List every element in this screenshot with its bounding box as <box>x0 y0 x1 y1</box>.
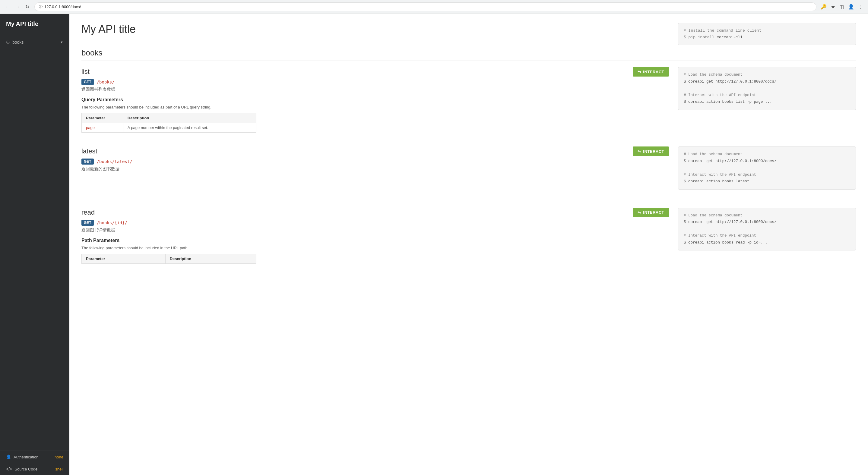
url-path-list: /books/ <box>97 79 115 84</box>
browser-actions: 🔑 ★ ◫ 👤 ⋮ <box>819 3 864 11</box>
qr-icon[interactable]: ◫ <box>838 3 845 11</box>
sidebar-footer: 👤 Authentication none </> Source Code sh… <box>0 450 69 475</box>
authentication-label: Authentication <box>13 455 38 459</box>
url-path-latest: /books/latest/ <box>97 159 132 164</box>
source-code-badge: shell <box>55 467 63 471</box>
interact-label-list: INTERACT <box>643 70 664 74</box>
interact-icon-read: ⇋ <box>638 210 642 215</box>
endpoint-list-desc: 返回图书列表数据 <box>82 87 669 92</box>
code-block-read: # Load the schema document $ coreapi get… <box>678 208 856 251</box>
menu-icon[interactable]: ⋮ <box>857 3 864 11</box>
sidebar-nav: ☉ books ▼ <box>0 34 69 450</box>
interact-label-latest: INTERACT <box>643 149 664 154</box>
col-parameter-list: Parameter <box>82 113 123 123</box>
profile-icon[interactable]: 👤 <box>847 3 855 11</box>
param-name-page: page <box>86 125 95 130</box>
chevron-down-icon: ▼ <box>60 40 63 44</box>
endpoint-list: list ⇋ INTERACT GET /books/ 返回图书列表数据 Que… <box>82 67 856 137</box>
sidebar-title: My API title <box>0 14 69 34</box>
sidebar-footer-source-code[interactable]: </> Source Code shell <box>0 463 69 475</box>
params-table-list: Parameter Description page A page number… <box>82 113 256 133</box>
code-icon: </> <box>6 467 12 471</box>
param-desc-page: A page number within the paginated resul… <box>123 123 256 133</box>
section-heading-books: books <box>82 48 856 61</box>
params-table-read: Parameter Description <box>82 254 256 264</box>
col-description-read: Description <box>165 254 256 263</box>
endpoint-latest-name: latest <box>82 147 97 155</box>
nav-buttons: ← → ↻ <box>4 3 31 11</box>
forward-button[interactable]: → <box>13 3 22 11</box>
sidebar: My API title ☉ books ▼ 👤 Authentication … <box>0 14 69 475</box>
method-badge-read: GET <box>82 220 94 226</box>
path-params-desc-read: The following parameters should be inclu… <box>82 246 669 250</box>
person-icon: 👤 <box>6 454 11 459</box>
code-block-list: # Load the schema document $ coreapi get… <box>678 67 856 110</box>
path-params-title-read: Path Parameters <box>82 238 669 243</box>
endpoint-read: read ⇋ INTERACT GET /books/{id}/ 返回图书详情数… <box>82 208 856 269</box>
source-code-label: Source Code <box>14 467 37 471</box>
method-badge-latest: GET <box>82 159 94 165</box>
url-text: 127.0.0.1:8000/docs/ <box>44 4 81 9</box>
endpoint-read-desc: 返回图书详情数据 <box>82 228 669 233</box>
interact-icon-latest: ⇋ <box>638 149 642 154</box>
col-description-list: Description <box>123 113 256 123</box>
back-button[interactable]: ← <box>4 3 12 11</box>
method-badge-list: GET <box>82 79 94 85</box>
browser-chrome: ← → ↻ ⓘ 127.0.0.1:8000/docs/ 🔑 ★ ◫ 👤 ⋮ <box>0 0 868 14</box>
query-params-desc-list: The following parameters should be inclu… <box>82 105 669 109</box>
interact-icon-list: ⇋ <box>638 69 642 74</box>
reload-button[interactable]: ↻ <box>23 3 31 11</box>
endpoint-latest-desc: 返回最新的图书数据 <box>82 166 669 172</box>
col-parameter-read: Parameter <box>82 254 165 263</box>
lock-icon: ⓘ <box>39 4 42 9</box>
interact-button-list[interactable]: ⇋ INTERACT <box>633 67 669 76</box>
code-block-latest: # Load the schema document $ coreapi get… <box>678 146 856 190</box>
interact-button-read[interactable]: ⇋ INTERACT <box>633 208 669 217</box>
main-content: My API title # Install the command line … <box>69 14 868 475</box>
page-main-title: My API title <box>82 23 669 36</box>
endpoint-list-name: list <box>82 68 90 76</box>
interact-button-latest[interactable]: ⇋ INTERACT <box>633 146 669 156</box>
sidebar-item-books[interactable]: ☉ books ▼ <box>0 37 69 47</box>
books-circle-icon: ☉ <box>6 40 10 45</box>
star-icon[interactable]: ★ <box>830 3 836 11</box>
table-row: page A page number within the paginated … <box>82 123 256 133</box>
authentication-badge: none <box>55 455 63 459</box>
interact-label-read: INTERACT <box>643 210 664 214</box>
address-bar[interactable]: ⓘ 127.0.0.1:8000/docs/ <box>34 2 816 11</box>
url-path-read: /books/{id}/ <box>97 220 127 225</box>
endpoint-read-name: read <box>82 209 95 216</box>
sidebar-footer-authentication[interactable]: 👤 Authentication none <box>0 451 69 463</box>
sidebar-item-books-label: books <box>12 40 24 45</box>
endpoint-latest: latest ⇋ INTERACT GET /books/latest/ 返回最… <box>82 146 856 199</box>
query-params-title-list: Query Parameters <box>82 97 669 102</box>
top-code-block: # Install the command line client $ pip … <box>678 23 856 45</box>
app-container: My API title ☉ books ▼ 👤 Authentication … <box>0 14 868 475</box>
key-icon[interactable]: 🔑 <box>819 3 828 11</box>
